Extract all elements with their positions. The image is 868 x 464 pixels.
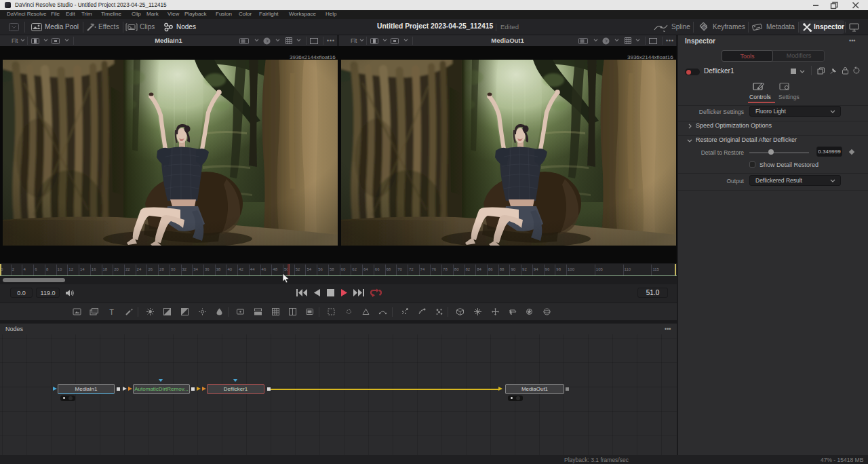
svg-text:T: T	[109, 308, 114, 316]
